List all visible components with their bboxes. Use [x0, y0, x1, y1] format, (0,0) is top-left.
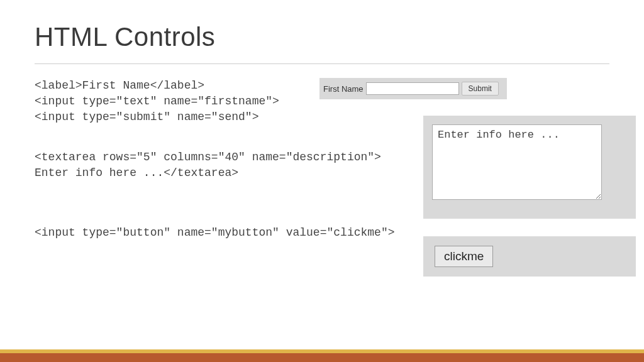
firstname-label: First Name [323, 84, 364, 94]
firstname-input[interactable] [366, 82, 459, 95]
divider [35, 63, 609, 64]
clickme-button[interactable]: clickme [435, 246, 493, 267]
demo-textarea-box [423, 116, 636, 219]
demo-firstname-form: First Name Submit [319, 78, 507, 99]
content-area: <label>First Name</label> <input type="t… [35, 78, 609, 241]
slide-footer-bar [0, 349, 644, 362]
submit-button[interactable]: Submit [462, 82, 499, 96]
slide: HTML Controls <label>First Name</label> … [0, 0, 644, 362]
demo-button-box: clickme [423, 236, 636, 277]
description-textarea[interactable] [432, 124, 602, 200]
footer-stripe-bottom [0, 353, 644, 362]
slide-title: HTML Controls [35, 22, 609, 52]
